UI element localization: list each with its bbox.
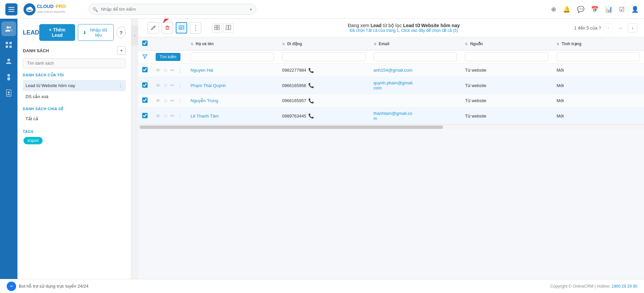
row-2-status: Mới [552, 77, 644, 94]
my-lists-container: Lead từ Website hôm nay ⋮ DS cần xoá [23, 80, 126, 102]
row-1-checkbox[interactable] [142, 67, 148, 72]
delete-button[interactable] [162, 22, 173, 33]
row-2-name-link[interactable]: Phạm Thái Quỳnh [191, 83, 226, 88]
search-list-input[interactable] [23, 58, 126, 68]
horizontal-scrollbar[interactable] [138, 125, 644, 129]
row-2-edit-icon[interactable]: ✏ [170, 82, 175, 88]
sidebar-item-contact[interactable] [1, 86, 16, 100]
import-button[interactable]: ⬇ Nhập dữ liệu [78, 24, 113, 41]
sort-icon: ⇅ [465, 42, 468, 46]
row-3-email [370, 94, 461, 107]
row-2-view-icon[interactable]: 👁 [156, 83, 161, 88]
row-3-edit-icon[interactable]: ✏ [170, 98, 175, 104]
sidebar-item-people[interactable] [1, 21, 16, 36]
row-3-more-icon[interactable]: ⋮ [177, 98, 182, 104]
row-2-call-icon[interactable]: 📞 [308, 83, 314, 88]
row-4-checkbox[interactable] [142, 113, 148, 118]
add-nav-icon[interactable]: ⊕ [551, 6, 556, 13]
sidebar-item-grid[interactable] [1, 38, 16, 52]
row-4-more-icon[interactable]: ⋮ [177, 113, 182, 119]
row-3-call-icon[interactable]: 📞 [308, 98, 314, 103]
row-1-view-icon[interactable]: 👁 [156, 67, 161, 73]
row-1-name: Nguyen Hai [186, 64, 278, 77]
toolbar: ⋮ [138, 19, 644, 37]
search-input[interactable] [89, 4, 256, 15]
cloudpro-logo: CLOUD PRO LEAD.COM BY INDUSTRY [23, 3, 70, 16]
name-search-input[interactable] [191, 53, 274, 61]
checkbox-icon[interactable]: ☑ [619, 6, 625, 13]
chart-icon[interactable]: 📊 [605, 6, 612, 13]
row-4-edit-icon[interactable]: ✏ [170, 113, 175, 119]
row-1-edit-icon[interactable]: ✏ [170, 67, 175, 73]
search-button[interactable]: Tìm kiếm [156, 53, 180, 61]
notification-icon[interactable]: 🔔 [563, 6, 570, 13]
table-row: 👁 ☆ ✏ ⋮ Lê Thanh Tâm 0989763445 [138, 107, 644, 125]
filter-sub-text[interactable]: Đã chọn Tất cả của trang 1, Click vào đâ… [236, 28, 572, 33]
help-button[interactable]: ? [116, 27, 126, 38]
row-4-name-link[interactable]: Lê Thanh Tâm [191, 114, 219, 119]
row-1-status: Mới [552, 64, 644, 77]
prev-page-button[interactable]: ‹ [604, 23, 613, 32]
user-nav-icon[interactable]: 👤 [631, 6, 639, 13]
row-1-more-icon[interactable]: ⋮ [177, 67, 182, 73]
select-all-checkbox[interactable] [142, 41, 148, 46]
row-1-name-link[interactable]: Nguyen Hai [191, 68, 213, 73]
svg-rect-2 [8, 11, 14, 12]
more-icon: ⋮ [193, 24, 199, 31]
sort-icon: ⇅ [282, 42, 285, 46]
left-panel: LEAD + Thêm Lead ⬇ Nhập dữ liệu ? DANH S… [17, 19, 131, 293]
status-search-input[interactable] [556, 53, 640, 61]
row-2-more-icon[interactable]: ⋮ [177, 82, 182, 88]
footer-right: Copyright © OnlineCRM | Hotline: 1900 29… [550, 284, 637, 289]
logo[interactable]: CLOUD PRO LEAD.COM BY INDUSTRY [23, 3, 76, 16]
next-page-button[interactable]: › [628, 23, 637, 32]
add-lead-button[interactable]: + Thêm Lead [39, 24, 75, 41]
pagination-more-button[interactable]: ··· [616, 23, 625, 32]
source-search-input[interactable] [465, 53, 548, 61]
list-item-menu-icon[interactable]: ⋮ [118, 82, 123, 89]
email-search-input[interactable] [374, 53, 457, 61]
hamburger-button[interactable] [5, 3, 17, 15]
list-item-all[interactable]: Tất cả [23, 114, 126, 124]
lead-title-section: LEAD + Thêm Lead ⬇ Nhập dữ liệu ? [23, 24, 126, 41]
chat-button[interactable] [176, 22, 187, 33]
list-view-button[interactable] [223, 23, 233, 33]
row-1-star-icon[interactable]: ☆ [163, 67, 168, 73]
svg-rect-38 [226, 25, 228, 30]
row-4-phone-number: 0989763445 [282, 114, 306, 119]
collapse-panel-button[interactable]: ‹ [131, 25, 138, 46]
search-dropdown-icon[interactable]: ▾ [250, 7, 252, 12]
row-1-call-icon[interactable]: 📞 [308, 68, 314, 73]
edit-button[interactable] [148, 22, 159, 33]
add-list-button[interactable]: + [117, 46, 126, 55]
row-3-checkbox[interactable] [142, 97, 148, 103]
row-2-email-link[interactable]: quynh.pham@gmail.com [374, 80, 414, 90]
sidebar-item-person[interactable] [1, 70, 16, 84]
person-icon [5, 73, 12, 81]
row-4-call-icon[interactable]: 📞 [308, 113, 314, 119]
status-column-header: ⇅ Tình trạng [552, 37, 644, 51]
sidebar-item-user[interactable] [1, 54, 16, 68]
grid-view-button[interactable] [212, 23, 222, 33]
more-options-button[interactable]: ⋮ [190, 22, 201, 33]
messenger-icon[interactable] [7, 282, 16, 291]
row-4-view-icon[interactable]: 👁 [156, 113, 161, 119]
phone-search-input[interactable] [282, 53, 366, 61]
row-2-checkbox[interactable] [142, 82, 148, 88]
row-4-star-icon[interactable]: ☆ [163, 113, 168, 119]
row-3-status: Mới [552, 94, 644, 107]
chat-nav-icon[interactable]: 💬 [577, 6, 584, 13]
hotline-link[interactable]: 1900 29 29 90 [611, 284, 637, 289]
list-item-website-leads[interactable]: Lead từ Website hôm nay ⋮ [23, 80, 126, 91]
row-4-email-link[interactable]: thanhtam@gmail.com [374, 111, 413, 121]
row-3-name-link[interactable]: Nguyễn Trung [191, 98, 218, 103]
row-3-view-icon[interactable]: 👁 [156, 98, 161, 103]
row-2-star-icon[interactable]: ☆ [163, 82, 168, 88]
row-3-star-icon[interactable]: ☆ [163, 98, 168, 104]
row-1-email-link[interactable]: anh154@gmail.com [374, 68, 413, 73]
tag-import[interactable]: import [23, 137, 43, 144]
scrollbar-thumb [140, 126, 443, 129]
list-item-ds-can-xoa[interactable]: DS cần xoá [23, 92, 126, 101]
calendar-icon[interactable]: 📅 [591, 6, 598, 13]
row-4-name: Lê Thanh Tâm [186, 107, 278, 125]
